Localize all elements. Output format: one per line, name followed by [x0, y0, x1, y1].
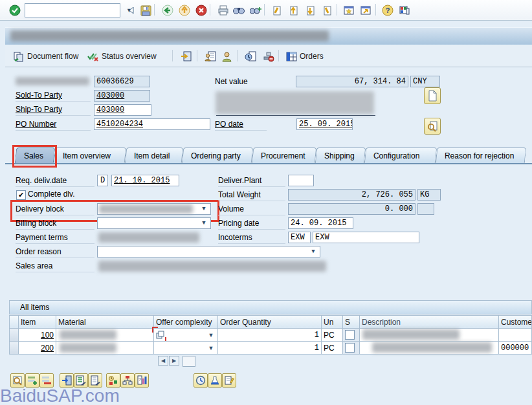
total-weight-field: 2, 726. 055 [288, 189, 416, 201]
item-cell[interactable]: 100 [18, 328, 56, 342]
tab-ordering-party[interactable]: Ordering party [182, 148, 254, 164]
save-button[interactable] [139, 3, 153, 17]
po-number-field[interactable]: 4510204234 [94, 118, 210, 130]
partner-document-icon [205, 51, 216, 62]
order-quantity-cell[interactable]: 1 [217, 341, 322, 355]
column-header-item[interactable]: Item [18, 315, 56, 329]
row-selector[interactable] [9, 328, 19, 342]
tab-item-overview[interactable]: Item overview [54, 148, 127, 164]
item-cell[interactable]: 200 [18, 341, 56, 355]
cancel-x-icon [195, 5, 207, 16]
document-clock-button[interactable] [243, 49, 258, 63]
reject-stamp-button[interactable] [261, 49, 276, 63]
find-button[interactable] [232, 3, 246, 17]
search-document-button[interactable] [424, 118, 441, 135]
delivery-block-label: Delivery block [16, 204, 94, 215]
document-flow-button[interactable]: Document flow [12, 49, 80, 63]
incoterms-code-field[interactable]: EXW [288, 232, 311, 243]
blank-document-icon [427, 90, 438, 102]
customer-cell[interactable] [498, 328, 532, 342]
new-session-button[interactable] [342, 3, 356, 17]
tab-procurement[interactable]: Procurement [252, 148, 317, 164]
scroll-right-button[interactable]: ▶ [169, 356, 179, 366]
print-button[interactable] [216, 3, 230, 17]
column-header-un[interactable]: Un [321, 315, 343, 329]
configuration-flask-button[interactable] [208, 373, 222, 388]
column-header-description[interactable]: Description [359, 315, 499, 329]
req-deliv-date-type-field[interactable]: D [97, 175, 108, 186]
back-button[interactable] [161, 3, 175, 17]
page-up-button[interactable] [286, 3, 300, 17]
find-next-button[interactable] [249, 3, 263, 17]
order-quantity-cell[interactable]: 1 [217, 328, 322, 342]
page-down-button[interactable] [303, 3, 317, 17]
req-deliv-date-field[interactable]: 21. 10. 2015 [111, 175, 179, 186]
billing-block-select[interactable]: ▼ [97, 217, 211, 229]
search-document-icon [427, 120, 438, 132]
tab-item-detail[interactable]: Item detail [125, 148, 184, 164]
shortcut-button[interactable] [359, 3, 373, 17]
ship-to-field[interactable]: 403000 [94, 104, 151, 116]
order-number-field[interactable]: 60036629 [94, 76, 150, 87]
deliver-plant-field[interactable] [288, 175, 314, 186]
notes-edit-button[interactable] [222, 373, 236, 388]
ship-to-label: Ship-To Party [16, 104, 91, 116]
chevron-down-icon[interactable]: ▼ [199, 204, 208, 214]
availability-button[interactable] [194, 373, 208, 388]
first-page-button[interactable] [269, 3, 283, 17]
flask-icon [210, 375, 220, 386]
display-document-button[interactable] [179, 49, 194, 63]
column-header-order-quantity[interactable]: Order Quantity [217, 315, 322, 329]
hierarchy-button[interactable] [120, 373, 135, 388]
complete-dlv-label: Complete dlv. [28, 190, 74, 199]
command-input[interactable] [25, 5, 126, 16]
chevron-down-icon[interactable]: ▼ [206, 345, 216, 351]
status-overview-label: Status overview [102, 52, 157, 61]
un-cell[interactable]: PC [321, 328, 343, 342]
chevron-down-icon[interactable]: ▼ [309, 246, 318, 257]
offer-complexity-cell[interactable]: ▼ [153, 341, 218, 355]
orders-button[interactable]: Orders [285, 49, 325, 63]
last-page-button[interactable] [320, 3, 334, 17]
status-overview-button[interactable]: Status overview [85, 49, 158, 63]
column-header-material[interactable]: Material [56, 315, 154, 329]
create-document-button[interactable] [424, 87, 441, 104]
column-header-customer[interactable]: Customer [498, 315, 532, 329]
sold-to-field[interactable]: 403000 [94, 90, 150, 102]
un-cell[interactable]: PC [321, 341, 343, 355]
column-header-s[interactable]: S [342, 315, 360, 329]
help-button[interactable]: ? [381, 3, 395, 17]
partner-document-button[interactable] [203, 49, 217, 63]
exit-button[interactable] [177, 3, 192, 17]
net-value-field: 67, 314. 84 [296, 76, 408, 87]
redacted-payment-terms-value [98, 232, 199, 243]
tab-reason-for-rejection[interactable]: Reason for rejection [436, 148, 527, 164]
tab-sales[interactable]: Sales [15, 148, 56, 164]
collapse-command-button[interactable] [124, 3, 139, 17]
person-button[interactable] [220, 49, 234, 63]
chevron-down-icon[interactable]: ▼ [206, 332, 216, 338]
hierarchy-icon [122, 375, 133, 386]
incoterms-text-field[interactable]: EXW [313, 232, 419, 243]
column-header-offer-complexity[interactable]: Offer complexity [153, 315, 218, 329]
enter-button[interactable] [8, 3, 22, 17]
s-checkbox[interactable] [345, 330, 355, 340]
scrollbar-thumb[interactable] [183, 356, 195, 367]
s-checkbox[interactable] [345, 343, 355, 353]
command-field[interactable]: ▼ [25, 3, 120, 17]
scroll-left-button[interactable]: ◀ [158, 356, 168, 366]
customize-layout-button[interactable] [397, 3, 412, 17]
tab-configuration[interactable]: Configuration [364, 148, 438, 164]
chart-analysis-button[interactable]: ? [135, 373, 149, 388]
cancel-button[interactable] [194, 3, 208, 17]
row-selector[interactable] [9, 341, 19, 355]
chevron-down-icon[interactable]: ▼ [199, 218, 208, 228]
customer-cell[interactable]: 000000 [498, 341, 532, 355]
pricing-date-field[interactable]: 24. 09. 2015 [288, 217, 353, 229]
tab-shipping[interactable]: Shipping [315, 148, 366, 164]
table-corner-cell[interactable] [9, 315, 19, 329]
orders-grid-icon [286, 52, 297, 61]
complete-dlv-checkbox[interactable]: ✔ [16, 190, 26, 200]
order-reason-select[interactable]: ▼ [97, 246, 320, 257]
po-date-field[interactable]: 25. 09. 2015 [296, 118, 353, 130]
